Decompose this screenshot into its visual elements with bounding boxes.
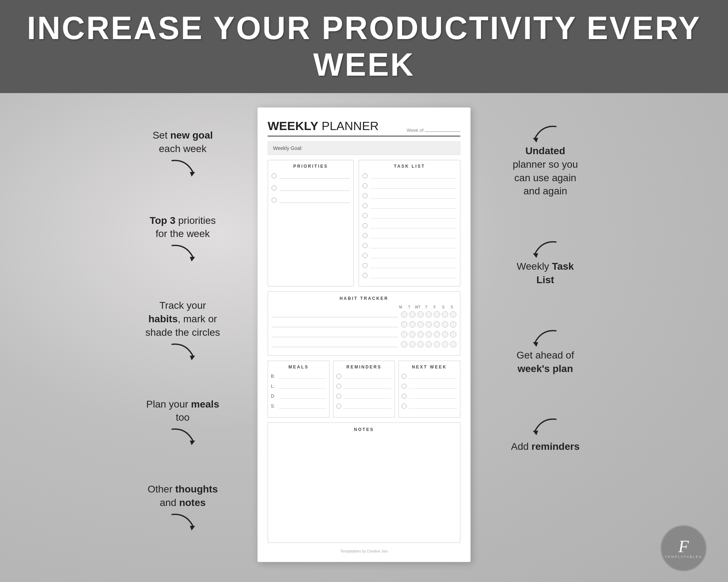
task-list-box: TASK LIST bbox=[359, 160, 460, 286]
reminder-circle-3 bbox=[336, 394, 341, 399]
reminder-circle-2 bbox=[336, 384, 341, 389]
habit-row-1 bbox=[272, 311, 456, 318]
next-week-line-2 bbox=[409, 384, 457, 389]
reminder-item-1 bbox=[336, 374, 392, 379]
meals-label: MEALS bbox=[271, 365, 326, 370]
meal-label-b: B: bbox=[271, 374, 277, 379]
notes-box: NOTES bbox=[268, 422, 460, 543]
arrow-right-4 bbox=[168, 426, 197, 447]
week-of: Week of bbox=[407, 128, 460, 133]
next-week-box: NEXT WEEK bbox=[398, 361, 460, 417]
svg-marker-1 bbox=[190, 257, 195, 262]
task-item-3 bbox=[363, 193, 456, 199]
svg-marker-3 bbox=[190, 441, 195, 445]
logo-text: TEMPLATABLES bbox=[665, 555, 702, 559]
priorities-box: PRIORITIES bbox=[268, 160, 354, 286]
task-line-11 bbox=[370, 273, 456, 278]
brand-logo: F TEMPLATABLES bbox=[660, 525, 707, 571]
task-item-4 bbox=[363, 203, 456, 209]
next-week-item-2 bbox=[402, 384, 457, 389]
task-line-2 bbox=[370, 183, 456, 189]
task-line-7 bbox=[370, 233, 456, 238]
meal-item-b: B: bbox=[271, 374, 326, 379]
habit-circles-4 bbox=[401, 341, 456, 347]
reminder-line-3 bbox=[343, 394, 392, 399]
priority-circle-2 bbox=[272, 185, 277, 190]
reminder-circle-4 bbox=[336, 404, 341, 409]
header-banner: INCREASE YOUR PRODUCTIVITY EVERY WEEK bbox=[0, 0, 728, 93]
planner-title-rest: PLANNER bbox=[318, 119, 379, 133]
priorities-tasklist-row: PRIORITIES TASK LIST bbox=[268, 160, 460, 286]
task-item-9 bbox=[363, 253, 456, 258]
habit-tracker-label: HABIT TRACKER bbox=[272, 296, 456, 301]
svg-marker-8 bbox=[533, 431, 538, 435]
task-circle-9 bbox=[363, 253, 368, 258]
habit-circles-3 bbox=[401, 331, 456, 338]
habit-row-3 bbox=[272, 331, 456, 338]
annotation-reminders: Add reminders bbox=[478, 414, 613, 453]
annotation-top3: Top 3 prioritiesfor the week bbox=[115, 214, 250, 264]
planner-title: WEEKLY PLANNER bbox=[268, 119, 379, 133]
task-item-2 bbox=[363, 183, 456, 189]
logo-symbol: F bbox=[678, 538, 689, 555]
next-week-line-3 bbox=[409, 394, 457, 399]
week-of-line bbox=[425, 131, 460, 132]
meals-box: MEALS B: L: D: S: bbox=[268, 361, 330, 417]
priority-item-1 bbox=[272, 173, 350, 179]
next-week-circle-1 bbox=[402, 374, 407, 379]
planner-paper: WEEKLY PLANNER Week of Weekly Goal: PRIO… bbox=[257, 107, 471, 562]
task-item-5 bbox=[363, 213, 456, 219]
task-line-1 bbox=[370, 173, 456, 179]
task-item-11 bbox=[363, 273, 456, 278]
task-item-8 bbox=[363, 243, 456, 248]
priority-line-2 bbox=[279, 185, 350, 191]
svg-marker-0 bbox=[190, 172, 195, 177]
meal-line-b bbox=[279, 374, 326, 379]
task-circle-4 bbox=[363, 203, 368, 208]
task-list-label: TASK LIST bbox=[363, 164, 456, 169]
task-circle-1 bbox=[363, 173, 368, 178]
meal-item-d: D: bbox=[271, 394, 326, 399]
arrow-right-2 bbox=[168, 242, 197, 263]
task-line-3 bbox=[370, 193, 456, 199]
arrow-left-1 bbox=[531, 123, 560, 144]
meal-label-s: S: bbox=[271, 404, 277, 409]
habit-name-line-4 bbox=[272, 341, 398, 347]
notes-label: NOTES bbox=[272, 427, 456, 432]
priority-item-2 bbox=[272, 185, 350, 191]
svg-marker-5 bbox=[533, 138, 538, 142]
priorities-label: PRIORITIES bbox=[272, 164, 350, 169]
reminder-line-2 bbox=[343, 384, 392, 389]
meal-item-l: L: bbox=[271, 384, 326, 389]
task-line-8 bbox=[370, 243, 456, 248]
annotation-task-list: Weekly TaskList bbox=[478, 237, 613, 287]
habit-circles-2 bbox=[401, 321, 456, 328]
next-week-line-4 bbox=[409, 404, 457, 409]
reminder-circle-1 bbox=[336, 374, 341, 379]
bottom-three: MEALS B: L: D: S: REM bbox=[268, 361, 460, 417]
task-line-10 bbox=[370, 263, 456, 268]
next-week-label: NEXT WEEK bbox=[402, 365, 457, 370]
arrow-right-5 bbox=[168, 511, 197, 532]
habit-row-2 bbox=[272, 321, 456, 328]
arrow-left-3 bbox=[531, 327, 560, 349]
arrow-left-2 bbox=[531, 238, 560, 260]
reminder-item-4 bbox=[336, 404, 392, 409]
task-circle-11 bbox=[363, 273, 368, 278]
next-week-item-4 bbox=[402, 404, 457, 409]
planner-header: WEEKLY PLANNER Week of bbox=[268, 119, 460, 136]
reminders-label: REMINDERS bbox=[336, 365, 392, 370]
priority-circle-1 bbox=[272, 173, 277, 178]
task-circle-2 bbox=[363, 183, 368, 188]
arrow-right-1 bbox=[168, 157, 197, 178]
annotation-notes: Other thoughtsand notes bbox=[115, 483, 250, 532]
weekly-goal-box: Weekly Goal: bbox=[268, 141, 460, 155]
task-item-7 bbox=[363, 233, 456, 238]
habit-name-line-2 bbox=[272, 322, 398, 327]
next-week-item-1 bbox=[402, 374, 457, 379]
task-item-10 bbox=[363, 263, 456, 268]
reminder-line-1 bbox=[343, 374, 392, 379]
meal-line-l bbox=[279, 384, 326, 389]
task-circle-6 bbox=[363, 223, 368, 228]
task-line-9 bbox=[370, 253, 456, 258]
